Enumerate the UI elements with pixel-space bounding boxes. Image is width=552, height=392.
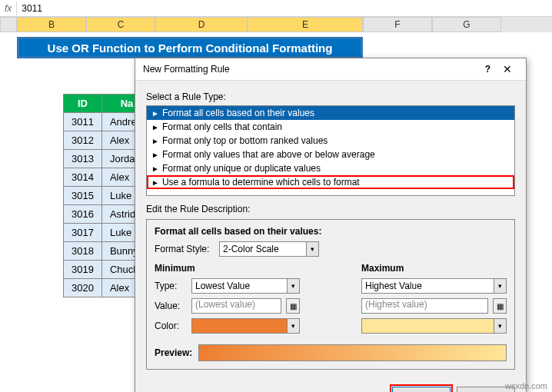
- min-value-input[interactable]: (Lowest value): [191, 298, 281, 314]
- format-style-label: Format Style:: [155, 244, 214, 254]
- chevron-down-icon[interactable]: ▾: [494, 319, 506, 333]
- new-formatting-rule-dialog: New Formatting Rule ? ✕ Select a Rule Ty…: [135, 58, 527, 392]
- column-headers: B C D E F G: [0, 17, 552, 32]
- chevron-down-icon[interactable]: ▾: [306, 242, 318, 256]
- ok-button[interactable]: OK: [392, 387, 451, 392]
- rule-type-item[interactable]: ►Format all cells based on their values: [147, 106, 514, 120]
- type-label: Type:: [155, 281, 187, 291]
- rule-type-item[interactable]: ►Format only values that are above or be…: [147, 148, 514, 161]
- col-header-F[interactable]: F: [363, 17, 432, 32]
- rule-type-item[interactable]: ►Format only cells that contain: [147, 120, 514, 134]
- preview-gradient: [198, 344, 507, 361]
- preview-label: Preview:: [155, 347, 192, 358]
- select-all-corner[interactable]: [0, 17, 17, 32]
- maximum-label: Maximum: [361, 263, 507, 274]
- rule-type-item-formula[interactable]: ►Use a formula to determine which cells …: [147, 175, 514, 189]
- title-banner: Use OR Function to Perform Conditional F…: [17, 37, 363, 58]
- max-value-input[interactable]: (Highest value): [361, 298, 488, 314]
- range-picker-icon[interactable]: ▦: [286, 298, 300, 314]
- edit-rule-desc-label: Edit the Rule Description:: [146, 204, 515, 214]
- select-rule-type-label: Select a Rule Type:: [146, 91, 515, 102]
- rule-type-item[interactable]: ►Format only top or bottom ranked values: [147, 134, 514, 148]
- arrow-icon: ►: [151, 178, 159, 187]
- col-header-B[interactable]: B: [17, 17, 86, 32]
- min-color-select[interactable]: ▾: [191, 318, 300, 334]
- desc-title: Format all cells based on their values:: [155, 226, 507, 237]
- chevron-down-icon[interactable]: ▾: [287, 319, 299, 333]
- max-type-select[interactable]: Highest Value▾: [361, 278, 507, 294]
- arrow-icon: ►: [151, 137, 159, 145]
- col-header-D[interactable]: D: [155, 17, 248, 32]
- formula-input[interactable]: 3011: [17, 2, 552, 15]
- rule-type-item[interactable]: ►Format only unique or duplicate values: [147, 161, 514, 175]
- chevron-down-icon[interactable]: ▾: [287, 279, 299, 293]
- formula-bar: fx 3011: [0, 0, 552, 17]
- col-header-C[interactable]: C: [86, 17, 155, 32]
- range-picker-icon[interactable]: ▦: [493, 298, 507, 314]
- rule-type-list[interactable]: ►Format all cells based on their values …: [146, 105, 515, 196]
- max-color-select[interactable]: ▾: [361, 318, 507, 334]
- minimum-label: Minimum: [155, 263, 300, 274]
- watermark: wsxdn.com: [505, 381, 547, 390]
- min-type-select[interactable]: Lowest Value▾: [191, 278, 300, 294]
- dialog-titlebar[interactable]: New Formatting Rule ? ✕: [135, 58, 526, 81]
- color-label: Color:: [155, 321, 187, 331]
- dialog-title: New Formatting Rule: [143, 64, 479, 75]
- arrow-icon: ►: [151, 123, 159, 131]
- help-icon[interactable]: ?: [479, 64, 497, 75]
- arrow-icon: ►: [151, 151, 159, 159]
- rule-description-panel: Format all cells based on their values: …: [146, 219, 515, 370]
- fx-label[interactable]: fx: [0, 2, 17, 15]
- header-id[interactable]: ID: [64, 95, 102, 113]
- arrow-icon: ►: [151, 164, 159, 173]
- arrow-icon: ►: [151, 109, 159, 118]
- value-label: Value:: [155, 301, 187, 311]
- col-header-E[interactable]: E: [248, 17, 363, 32]
- chevron-down-icon[interactable]: ▾: [494, 279, 506, 293]
- format-style-select[interactable]: 2-Color Scale▾: [219, 241, 319, 257]
- close-icon[interactable]: ✕: [497, 63, 518, 75]
- col-header-G[interactable]: G: [432, 17, 501, 32]
